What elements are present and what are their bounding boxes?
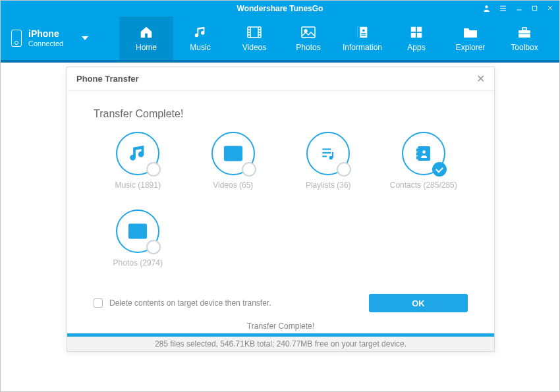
playlist-icon xyxy=(306,132,350,175)
contacts-icon xyxy=(402,132,445,175)
image-icon xyxy=(299,24,318,40)
nav-label: Home xyxy=(136,43,157,52)
svg-rect-17 xyxy=(302,27,315,38)
svg-rect-5 xyxy=(532,6,536,10)
device-name: iPhone xyxy=(28,29,63,39)
category-music[interactable]: Music (1891) xyxy=(94,132,182,190)
window-controls xyxy=(482,1,554,16)
svg-rect-22 xyxy=(361,33,366,34)
svg-rect-29 xyxy=(522,28,526,30)
svg-rect-27 xyxy=(417,33,422,38)
category-label: Playlists (36) xyxy=(306,181,351,190)
svg-rect-46 xyxy=(416,153,418,155)
category-videos[interactable]: Videos (65) xyxy=(189,132,278,190)
svg-rect-26 xyxy=(411,33,416,38)
nav-explorer[interactable]: Explorer xyxy=(443,16,497,60)
delete-checkbox[interactable] xyxy=(94,298,103,308)
maximize-icon[interactable] xyxy=(531,5,538,13)
user-icon[interactable] xyxy=(482,4,491,14)
nav-items: Home Music Videos Photos Information xyxy=(119,16,559,60)
close-icon[interactable]: ✕ xyxy=(476,72,485,85)
category-photos[interactable]: Photos (2974) xyxy=(94,210,182,267)
folder-icon xyxy=(461,24,480,40)
dialog-footer: Delete contents on target device then tr… xyxy=(94,294,468,312)
nav-information[interactable]: Information xyxy=(335,16,389,60)
svg-point-21 xyxy=(362,29,365,32)
menu-icon[interactable] xyxy=(499,4,507,14)
music-icon xyxy=(116,132,159,175)
svg-rect-25 xyxy=(417,27,422,32)
category-playlists[interactable]: Playlists (36) xyxy=(284,132,373,190)
nav-label: Explorer xyxy=(456,43,486,52)
status-badge xyxy=(337,162,351,177)
film-icon xyxy=(245,24,264,40)
category-label: Contacts (285/285) xyxy=(390,181,457,190)
device-selector[interactable]: iPhone Connected xyxy=(1,16,119,60)
home-icon xyxy=(137,24,155,40)
svg-point-0 xyxy=(485,5,488,8)
navbar-underline xyxy=(1,60,559,63)
titlebar: Wondershare TunesGo xyxy=(1,1,559,16)
svg-point-48 xyxy=(422,150,426,154)
delete-checkbox-label: Delete contents on target device then tr… xyxy=(109,298,362,308)
svg-rect-47 xyxy=(416,157,418,159)
svg-rect-20 xyxy=(358,27,360,38)
nav-label: Music xyxy=(190,43,210,52)
app-title: Wondershare TunesGo xyxy=(237,4,323,13)
device-status: Connected xyxy=(28,40,63,47)
grid-icon xyxy=(407,24,426,40)
close-icon[interactable] xyxy=(546,4,554,13)
phone-transfer-dialog: Phone Transfer ✕ Transfer Complete! Musi… xyxy=(67,67,495,352)
checkmark-badge xyxy=(432,162,447,177)
category-label: Videos (65) xyxy=(213,181,253,190)
nav-apps[interactable]: Apps xyxy=(389,16,443,60)
category-label: Photos (2974) xyxy=(113,258,163,267)
ok-button[interactable]: OK xyxy=(369,294,468,312)
nav-label: Apps xyxy=(407,43,425,52)
image-icon xyxy=(116,210,159,253)
book-icon xyxy=(353,24,372,40)
dialog-header: Phone Transfer ✕ xyxy=(67,67,494,91)
category-grid: Music (1891) Videos (65) Playlists (36) xyxy=(94,132,468,267)
status-badge xyxy=(146,240,161,254)
minimize-icon[interactable] xyxy=(515,4,523,13)
film-icon xyxy=(211,132,255,175)
navbar: iPhone Connected Home Music Videos xyxy=(1,16,559,60)
nav-label: Information xyxy=(343,43,382,52)
phone-icon xyxy=(11,30,22,47)
nav-label: Videos xyxy=(242,43,266,52)
nav-label: Photos xyxy=(296,43,320,52)
nav-music[interactable]: Music xyxy=(173,16,227,60)
svg-rect-23 xyxy=(361,35,366,36)
status-badge xyxy=(146,162,161,177)
transfer-heading: Transfer Complete! xyxy=(94,108,468,120)
files-summary-text: 285 files selected, 546.71KB total; 240.… xyxy=(67,337,494,351)
nav-home[interactable]: Home xyxy=(119,16,173,60)
status-badge xyxy=(242,162,256,177)
toolbox-icon xyxy=(515,24,534,40)
svg-rect-45 xyxy=(416,149,418,152)
chevron-down-icon xyxy=(82,36,88,40)
svg-rect-24 xyxy=(411,27,416,32)
music-icon xyxy=(191,24,210,40)
category-contacts[interactable]: Contacts (285/285) xyxy=(379,132,468,190)
nav-toolbox[interactable]: Toolbox xyxy=(497,16,551,60)
category-label: Music (1891) xyxy=(115,181,161,190)
nav-videos[interactable]: Videos xyxy=(227,16,281,60)
transfer-status-text: Transfer Complete! xyxy=(94,322,468,331)
dialog-title: Phone Transfer xyxy=(76,74,476,84)
nav-label: Toolbox xyxy=(511,43,538,52)
nav-photos[interactable]: Photos xyxy=(281,16,335,60)
